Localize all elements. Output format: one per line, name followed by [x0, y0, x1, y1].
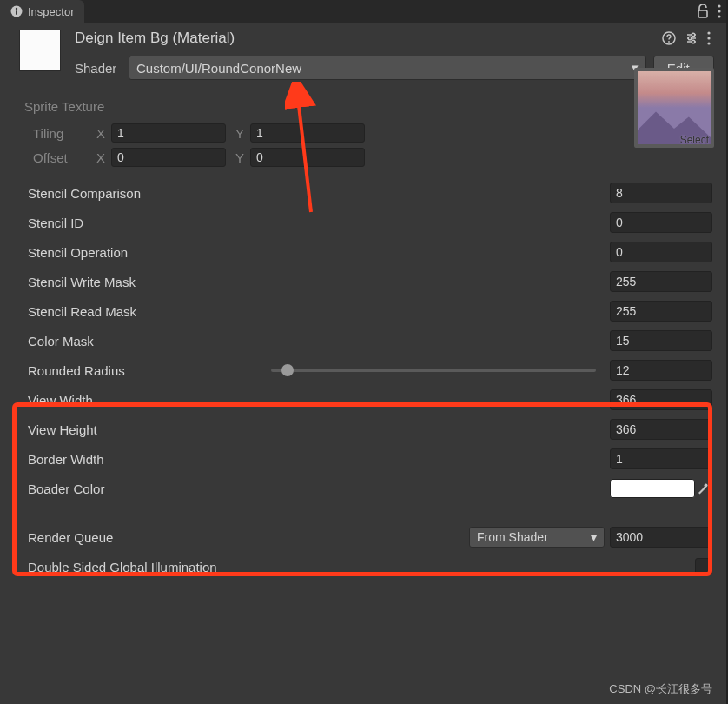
stencil-write-mask-row: Stencil Write Mask [12, 267, 714, 296]
sprite-preview[interactable]: Select [634, 68, 714, 148]
view-width-input[interactable] [610, 389, 712, 410]
info-icon [10, 5, 23, 17]
tab-bar: Inspector [0, 0, 726, 23]
y-label: Y [231, 126, 248, 141]
tiling-row: Tiling X Y [12, 121, 714, 145]
prop-label: Border Width [28, 452, 610, 467]
stencil-comparison-input[interactable] [610, 183, 712, 203]
render-queue-mode-dropdown[interactable]: From Shader ▾ [469, 527, 605, 548]
double-sided-label: Double Sided Global Illumination [28, 560, 695, 574]
prop-label: Stencil Read Mask [28, 304, 610, 319]
material-title: Deign Item Bg (Material) [75, 30, 235, 47]
y-label: Y [231, 150, 248, 165]
prop-label: Stencil Write Mask [28, 275, 610, 289]
svg-point-14 [692, 40, 695, 43]
offset-row: Offset X Y [12, 145, 714, 169]
tiling-y-input[interactable] [250, 123, 365, 143]
slider-thumb[interactable] [281, 364, 294, 376]
stencil-id-input[interactable] [610, 212, 712, 233]
border-width-input[interactable] [610, 448, 712, 469]
double-sided-checkbox[interactable] [695, 558, 712, 575]
view-height-row: View Height [12, 415, 714, 444]
tab-right-controls [697, 0, 721, 23]
lock-icon[interactable] [697, 4, 709, 18]
svg-point-6 [718, 15, 720, 17]
stencil-id-row: Stencil ID [12, 208, 714, 237]
offset-y-input[interactable] [250, 148, 365, 167]
render-queue-mode: From Shader [477, 530, 548, 544]
offset-label: Offset [33, 150, 90, 165]
shader-value: Custom/UI/RoundConorNew [136, 61, 301, 76]
rounded-radius-row: Rounded Radius [12, 355, 714, 385]
eyedropper-icon[interactable] [697, 482, 712, 495]
svg-point-15 [707, 31, 710, 34]
double-sided-row: Double Sided Global Illumination [12, 552, 714, 581]
stencil-read-mask-row: Stencil Read Mask [12, 296, 714, 326]
stencil-write-mask-input[interactable] [610, 271, 712, 292]
prop-label: Stencil ID [28, 216, 610, 230]
prop-label: Stencil Comparison [28, 186, 610, 201]
svg-rect-2 [16, 10, 17, 15]
sprite-texture-label: Sprite Texture [12, 92, 714, 121]
prop-label: Stencil Operation [28, 245, 610, 260]
help-icon[interactable] [662, 31, 676, 45]
stencil-operation-row: Stencil Operation [12, 237, 714, 267]
inspector-panel: Inspector Deign Item Bg (Material) [0, 0, 728, 704]
svg-point-4 [718, 4, 720, 7]
tiling-x-input[interactable] [111, 123, 226, 143]
svg-point-1 [16, 8, 17, 10]
prop-label: View Width [28, 393, 610, 408]
shader-label: Shader [75, 61, 122, 76]
view-width-row: View Width [12, 385, 714, 415]
prop-label: View Height [28, 422, 610, 437]
x-label: X [92, 126, 109, 141]
svg-point-16 [707, 37, 710, 39]
material-header: Deign Item Bg (Material) Shader Cust [0, 23, 726, 87]
settings-icon[interactable] [685, 31, 698, 45]
svg-point-5 [718, 10, 720, 12]
offset-x-input[interactable] [111, 148, 226, 167]
tab-title: Inspector [28, 5, 74, 18]
stencil-read-mask-input[interactable] [610, 301, 712, 322]
rounded-radius-input[interactable] [610, 360, 712, 381]
tab-inspector[interactable]: Inspector [0, 0, 84, 23]
shader-dropdown[interactable]: Custom/UI/RoundConorNew ▾ [129, 56, 646, 80]
prop-label: Rounded Radius [28, 363, 271, 378]
render-queue-input[interactable] [610, 527, 712, 548]
svg-point-10 [692, 33, 695, 37]
rounded-radius-slider[interactable] [271, 369, 596, 372]
render-queue-row: Render Queue From Shader ▾ [12, 522, 714, 552]
render-queue-label: Render Queue [28, 530, 469, 545]
sprite-select-label: Select [680, 134, 709, 146]
x-label: X [92, 150, 109, 165]
kebab-icon[interactable] [707, 31, 711, 45]
svg-point-17 [707, 42, 710, 44]
svg-rect-3 [698, 10, 707, 17]
view-height-input[interactable] [610, 419, 712, 440]
sprite-texture-section: Sprite Texture Select Tiling X Y Offset … [12, 92, 714, 169]
prop-label: Color Mask [28, 334, 610, 349]
svg-point-8 [668, 41, 670, 43]
boader-color-row: Boader Color [12, 474, 714, 503]
tiling-label: Tiling [33, 126, 90, 141]
svg-point-12 [688, 37, 692, 40]
material-thumbnail[interactable] [19, 30, 61, 71]
kebab-icon[interactable] [718, 4, 721, 18]
boader-color-swatch[interactable] [610, 479, 695, 498]
chevron-down-icon: ▾ [591, 530, 597, 544]
prop-label: Boader Color [28, 482, 610, 496]
border-width-row: Border Width [12, 444, 714, 474]
stencil-comparison-row: Stencil Comparison [12, 178, 714, 208]
stencil-operation-input[interactable] [610, 242, 712, 262]
inspector-body: Sprite Texture Select Tiling X Y Offset … [0, 87, 726, 581]
color-mask-row: Color Mask [12, 326, 714, 355]
color-mask-input[interactable] [610, 330, 712, 351]
watermark: CSDN @长江很多号 [609, 681, 712, 697]
